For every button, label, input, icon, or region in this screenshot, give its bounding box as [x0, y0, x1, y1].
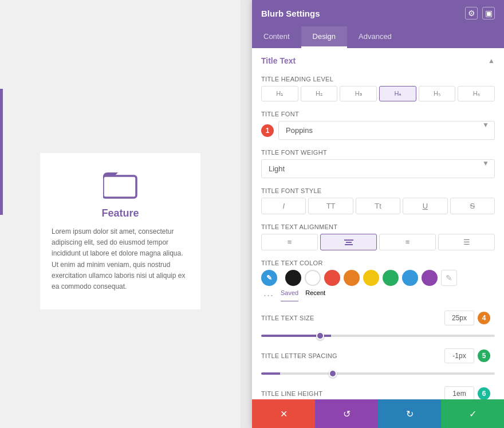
color-tab-recent[interactable]: Recent [305, 289, 325, 301]
heading-h3[interactable]: H₃ [340, 86, 377, 101]
letter-spacing-value[interactable]: -1px [444, 348, 474, 363]
heading-level-row: Title Heading Level H₁ H₂ H₃ H₄ H₅ H₆ [252, 71, 504, 106]
letter-spacing-slider-container [261, 367, 495, 377]
badge-4: 4 [478, 312, 490, 324]
preview-text: Lorem ipsum dolor sit amet, consectetur … [52, 226, 189, 292]
align-justify[interactable]: ☰ [438, 234, 495, 250]
color-row: ✎ ✎ [261, 270, 495, 286]
text-size-slider-container [261, 329, 495, 339]
preview-title: Feature [52, 207, 189, 219]
color-pencil-icon[interactable]: ✎ [441, 270, 457, 286]
line-height-row: Title Line Height 1em 6 Default Hover [252, 382, 504, 399]
preview-card: Feature Lorem ipsum dolor sit amet, cons… [40, 153, 200, 309]
text-color-label: Title Text Color [261, 260, 495, 266]
letter-spacing-row: Title Letter Spacing -1px 5 [252, 344, 504, 382]
section-title: Title Text [261, 56, 296, 65]
heading-h4[interactable]: H₄ [379, 86, 416, 101]
color-white[interactable] [305, 270, 321, 286]
style-underline[interactable]: U [403, 198, 447, 214]
tab-design[interactable]: Design [301, 26, 347, 48]
align-center[interactable] [320, 234, 377, 250]
color-yellow[interactable] [363, 270, 379, 286]
reset-button[interactable]: ↺ [315, 399, 378, 428]
style-caps[interactable]: Tt [356, 198, 400, 214]
heading-h5[interactable]: H₅ [419, 86, 456, 101]
layout-icon[interactable]: ▣ [482, 7, 495, 19]
style-strikethrough[interactable]: S [450, 198, 495, 214]
color-green[interactable] [383, 270, 399, 286]
heading-h2[interactable]: H₂ [301, 86, 338, 101]
font-select[interactable]: Poppins [278, 121, 495, 140]
section-header[interactable]: Title Text ▲ [252, 48, 504, 71]
chevron-up-icon: ▲ [488, 57, 495, 65]
font-style-row: Title Font Style I TT Tt U S [252, 183, 504, 219]
redo-button[interactable]: ↻ [378, 399, 441, 428]
settings-icon[interactable]: ⚙ [465, 7, 478, 19]
preview-area: Feature Lorem ipsum dolor sit amet, cons… [0, 0, 241, 428]
style-allcaps[interactable]: TT [308, 198, 353, 214]
color-tab-saved[interactable]: Saved [281, 289, 298, 301]
style-italic[interactable]: I [261, 198, 306, 214]
align-right[interactable]: ≡ [379, 234, 436, 250]
font-weight-row: Title Font Weight Light Regular Bold ▼ [252, 144, 504, 183]
font-row: Title Font 1 Poppins ▼ [252, 106, 504, 144]
font-weight-label: Title Font Weight [261, 149, 495, 156]
panel: Blurb Settings ⚙ ▣ Content Design Advanc… [252, 0, 504, 428]
svg-rect-0 [103, 176, 136, 198]
letter-spacing-label: Title Letter Spacing [261, 352, 337, 359]
heading-h6[interactable]: H₆ [458, 86, 495, 101]
font-weight-select-wrapper: Light Regular Bold ▼ [261, 159, 495, 178]
color-purple[interactable] [422, 270, 438, 286]
save-button[interactable]: ✓ [441, 399, 504, 428]
color-dots[interactable]: ··· [263, 289, 274, 301]
letter-spacing-slider[interactable] [261, 372, 495, 375]
font-label: Title Font [261, 111, 495, 117]
title-text-section: Title Text ▲ Title Heading Level H₁ H₂ H… [252, 48, 504, 399]
color-orange[interactable] [344, 270, 360, 286]
text-size-slider[interactable] [261, 335, 495, 337]
heading-buttons: H₁ H₂ H₃ H₄ H₅ H₆ [261, 86, 495, 101]
panel-content: Title Text ▲ Title Heading Level H₁ H₂ H… [252, 48, 504, 399]
folder-icon [103, 170, 137, 199]
heading-h1[interactable]: H₁ [261, 86, 298, 101]
panel-title: Blurb Settings [261, 9, 320, 18]
action-bar: ✕ ↺ ↻ ✓ [252, 399, 504, 428]
text-align-label: Title Text Alignment [261, 223, 495, 230]
panel-header-icons: ⚙ ▣ [465, 7, 495, 19]
style-buttons: I TT Tt U S [261, 198, 495, 214]
cancel-button[interactable]: ✕ [252, 399, 315, 428]
text-size-row: Title Text Size 25px 4 [252, 306, 504, 344]
badge-1: 1 [261, 124, 274, 137]
color-blue[interactable] [402, 270, 418, 286]
panel-header: Blurb Settings ⚙ ▣ [252, 0, 504, 26]
badge-2: ✎ [261, 270, 277, 286]
font-weight-select[interactable]: Light Regular Bold [261, 159, 495, 178]
font-style-label: Title Font Style [261, 187, 495, 194]
text-align-row: Title Text Alignment ≡ ≡ ☰ [252, 219, 504, 255]
color-black[interactable] [285, 270, 301, 286]
line-height-label: Title Line Height [261, 390, 322, 397]
purple-bar [0, 89, 3, 215]
panel-tabs: Content Design Advanced [252, 26, 504, 48]
tab-advanced[interactable]: Advanced [347, 26, 403, 48]
text-size-value[interactable]: 25px [444, 311, 474, 325]
text-color-row: Title Text Color ✎ ✎ ··· [252, 255, 504, 306]
align-buttons: ≡ ≡ ☰ [261, 234, 495, 250]
font-select-wrapper: 1 Poppins ▼ [261, 121, 495, 140]
color-tabs: ··· Saved Recent [261, 289, 495, 301]
text-size-label: Title Text Size [261, 315, 314, 321]
badge-6: 6 [478, 387, 490, 399]
badge-5: 5 [478, 350, 490, 362]
heading-level-label: Title Heading Level [261, 76, 495, 83]
line-height-value[interactable]: 1em [444, 386, 474, 399]
color-red[interactable] [324, 270, 340, 286]
align-left[interactable]: ≡ [261, 234, 318, 250]
tab-content[interactable]: Content [252, 26, 301, 48]
